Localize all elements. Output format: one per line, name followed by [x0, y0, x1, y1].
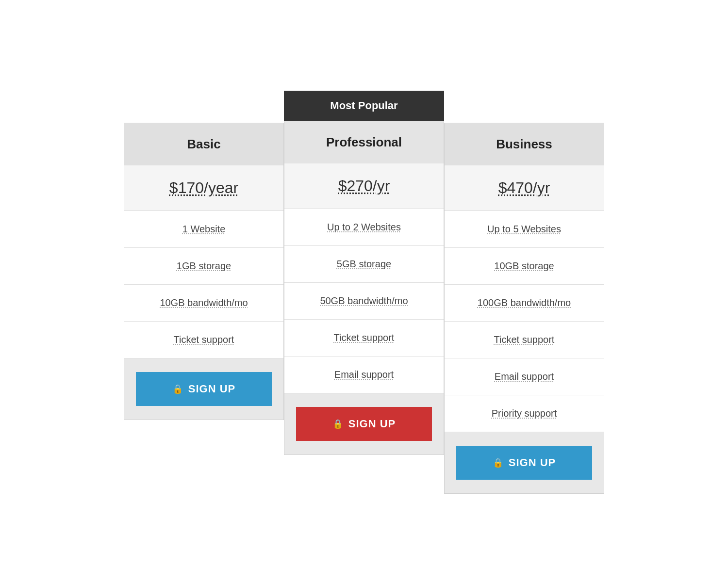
basic-feature-4: Ticket support	[124, 322, 283, 358]
business-plan-wrapper: Business $470/yr Up to 5 Websites 10GB s…	[444, 91, 604, 494]
business-feature-6: Priority support	[445, 395, 604, 432]
professional-feature-1: Up to 2 Websites	[284, 209, 444, 246]
business-plan-price: $470/yr	[445, 165, 604, 211]
lock-icon: 🔒	[493, 457, 504, 468]
business-signup-label: SIGN UP	[509, 456, 556, 469]
basic-price-value: $170/year	[169, 179, 238, 196]
most-popular-badge: Most Popular	[284, 91, 444, 121]
professional-feature-5: Email support	[284, 357, 444, 393]
business-plan-name: Business	[496, 137, 552, 151]
basic-plan-wrapper: Basic $170/year 1 Website 1GB storage 10…	[124, 91, 284, 420]
basic-feature-1: 1 Website	[124, 211, 283, 248]
pricing-container: Basic $170/year 1 Website 1GB storage 10…	[124, 71, 604, 513]
basic-plan-footer: 🔒 SIGN UP	[124, 358, 283, 420]
professional-plan-wrapper: Most Popular Professional $270/yr Up to …	[284, 91, 444, 455]
professional-feature-4: Ticket support	[284, 320, 444, 357]
basic-plan-name: Basic	[187, 137, 220, 151]
business-feature-2: 10GB storage	[445, 248, 604, 285]
business-feature-3: 100GB bandwidth/mo	[445, 285, 604, 322]
basic-plan-card: Basic $170/year 1 Website 1GB storage 10…	[124, 123, 284, 420]
basic-signup-label: SIGN UP	[188, 383, 235, 395]
business-feature-4: Ticket support	[445, 322, 604, 358]
business-feature-5: Email support	[445, 358, 604, 395]
professional-feature-3: 50GB bandwidth/mo	[284, 283, 444, 320]
lock-icon: 🔒	[332, 419, 344, 429]
business-price-value: $470/yr	[498, 179, 550, 196]
basic-feature-3: 10GB bandwidth/mo	[124, 285, 283, 322]
professional-signup-button[interactable]: 🔒 SIGN UP	[296, 407, 432, 441]
professional-plan-header: Professional	[284, 121, 444, 163]
business-plan-footer: 🔒 SIGN UP	[445, 432, 604, 493]
basic-plan-price: $170/year	[124, 165, 283, 211]
professional-plan-footer: 🔒 SIGN UP	[284, 393, 444, 454]
business-plan-card: Business $470/yr Up to 5 Websites 10GB s…	[444, 123, 604, 494]
professional-plan-price: $270/yr	[284, 163, 444, 209]
basic-spacer	[124, 91, 284, 123]
basic-plan-header: Basic	[124, 123, 283, 165]
business-signup-button[interactable]: 🔒 SIGN UP	[456, 446, 592, 480]
professional-price-value: $270/yr	[338, 177, 390, 195]
business-plan-header: Business	[445, 123, 604, 165]
business-feature-1: Up to 5 Websites	[445, 211, 604, 248]
professional-plan-name: Professional	[326, 135, 402, 149]
professional-feature-2: 5GB storage	[284, 246, 444, 283]
business-spacer	[444, 91, 604, 123]
professional-plan-card: Professional $270/yr Up to 2 Websites 5G…	[284, 121, 444, 455]
basic-signup-button[interactable]: 🔒 SIGN UP	[136, 372, 272, 406]
lock-icon: 🔒	[172, 384, 183, 394]
basic-feature-2: 1GB storage	[124, 248, 283, 285]
professional-signup-label: SIGN UP	[348, 418, 396, 430]
